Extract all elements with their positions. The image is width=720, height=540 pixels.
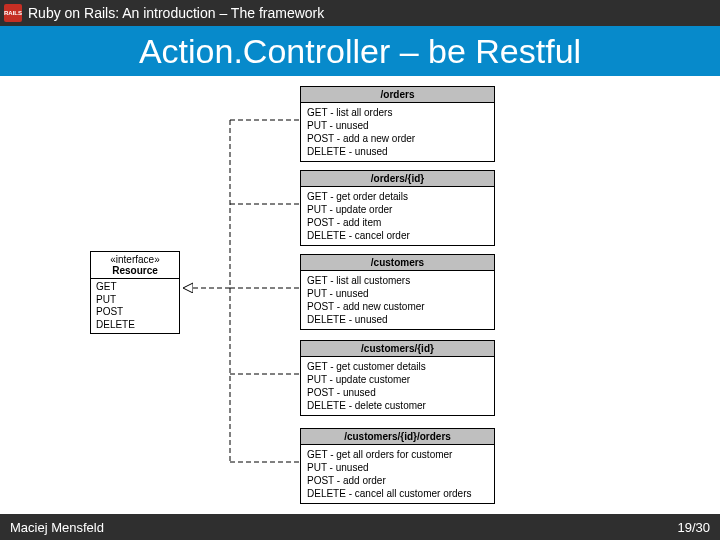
interface-methods: GET PUT POST DELETE (91, 279, 179, 333)
resource-op: PUT - unused (307, 119, 488, 132)
interface-method: GET (96, 281, 174, 294)
diagram-area: «interface» Resource GET PUT POST DELETE… (0, 78, 720, 514)
top-bar: RAILS Ruby on Rails: An introduction – T… (0, 0, 720, 26)
interface-method: DELETE (96, 319, 174, 332)
resource-op: DELETE - unused (307, 313, 488, 326)
resource-box-orders-id: /orders/{id} GET - get order details PUT… (300, 170, 495, 246)
resource-op: GET - get order details (307, 190, 488, 203)
resource-path: /customers/{id} (301, 341, 494, 357)
resource-op: GET - get customer details (307, 360, 488, 373)
resource-ops: GET - get order details PUT - update ord… (301, 187, 494, 245)
resource-op: PUT - unused (307, 461, 488, 474)
resource-path: /orders/{id} (301, 171, 494, 187)
resource-path: /customers (301, 255, 494, 271)
interface-box: «interface» Resource GET PUT POST DELETE (90, 251, 180, 334)
resource-op: DELETE - cancel order (307, 229, 488, 242)
resource-op: POST - add item (307, 216, 488, 229)
resource-box-customers-id: /customers/{id} GET - get customer detai… (300, 340, 495, 416)
resource-ops: GET - get customer details PUT - update … (301, 357, 494, 415)
resource-ops: GET - list all customers PUT - unused PO… (301, 271, 494, 329)
resource-op: GET - list all orders (307, 106, 488, 119)
author-label: Maciej Mensfeld (10, 520, 104, 535)
resource-path: /customers/{id}/orders (301, 429, 494, 445)
resource-op: DELETE - unused (307, 145, 488, 158)
resource-ops: GET - get all orders for customer PUT - … (301, 445, 494, 503)
resource-op: POST - unused (307, 386, 488, 399)
resource-op: GET - get all orders for customer (307, 448, 488, 461)
page-title: Action.Controller – be Restful (139, 32, 581, 71)
resource-box-customers-id-orders: /customers/{id}/orders GET - get all ord… (300, 428, 495, 504)
interface-header: «interface» Resource (91, 252, 179, 279)
title-bar: Action.Controller – be Restful (0, 26, 720, 78)
interface-name: Resource (91, 265, 179, 276)
page-number: 19/30 (677, 520, 710, 535)
resource-op: POST - add new customer (307, 300, 488, 313)
resource-op: POST - add a new order (307, 132, 488, 145)
interface-method: PUT (96, 294, 174, 307)
resource-box-orders: /orders GET - list all orders PUT - unus… (300, 86, 495, 162)
breadcrumb: Ruby on Rails: An introduction – The fra… (28, 5, 324, 21)
resource-ops: GET - list all orders PUT - unused POST … (301, 103, 494, 161)
resource-op: DELETE - delete customer (307, 399, 488, 412)
resource-box-customers: /customers GET - list all customers PUT … (300, 254, 495, 330)
bottom-bar: Maciej Mensfeld 19/30 (0, 514, 720, 540)
resource-op: PUT - update order (307, 203, 488, 216)
resource-op: PUT - update customer (307, 373, 488, 386)
resource-op: GET - list all customers (307, 274, 488, 287)
interface-stereotype: «interface» (91, 254, 179, 265)
resource-op: PUT - unused (307, 287, 488, 300)
resource-path: /orders (301, 87, 494, 103)
resource-op: DELETE - cancel all customer orders (307, 487, 488, 500)
rails-logo-icon: RAILS (4, 4, 22, 22)
interface-method: POST (96, 306, 174, 319)
resource-op: POST - add order (307, 474, 488, 487)
